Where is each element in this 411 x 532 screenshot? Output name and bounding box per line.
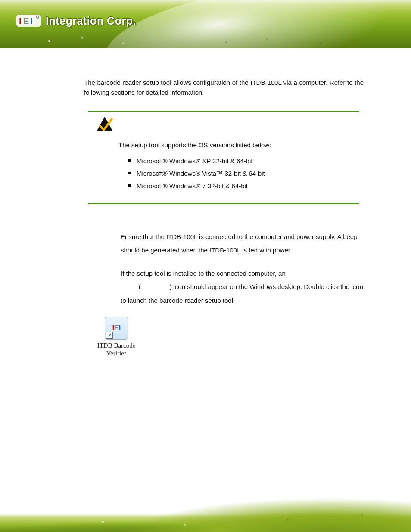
note-box: The setup tool supports the OS versions … — [88, 111, 359, 204]
svg-text:E: E — [23, 16, 29, 26]
page-content: The barcode reader setup tool allows con… — [84, 78, 364, 357]
logo-mark-icon: i E i R — [16, 12, 41, 29]
shortcut-label-line1: ITDB Barcode — [97, 342, 136, 349]
brand-logo: i E i R Integration Corp. — [16, 12, 136, 29]
svg-text:i: i — [30, 16, 33, 26]
divider-bottom — [88, 203, 359, 204]
list-item: Microsoft® Windows® XP 32-bit & 64-bit — [128, 156, 355, 166]
step-1: Ensure that the ITDB-100L is connected t… — [121, 230, 364, 257]
shortcut-overlay-icon: ↗ — [106, 332, 113, 339]
os-list: Microsoft® Windows® XP 32-bit & 64-bit M… — [118, 156, 355, 191]
note-icon — [96, 116, 113, 132]
list-item: Microsoft® Windows® 7 32-bit & 64-bit — [128, 181, 355, 191]
shortcut-label-line2: Verifier — [106, 350, 126, 357]
svg-text:R: R — [37, 16, 38, 19]
paren-open: ( — [139, 283, 141, 290]
desktop-shortcut-icon: iEi ↗ ITDB Barcode Verifier — [93, 317, 140, 357]
list-item: Microsoft® Windows® Vista™ 32-bit & 64-b… — [128, 168, 355, 178]
step-2-part-a: If the setup tool is installed to the co… — [121, 270, 286, 277]
intro-paragraph: The barcode reader setup tool allows con… — [84, 78, 364, 98]
shortcut-tile-icon: iEi ↗ — [105, 317, 128, 340]
shortcut-label: ITDB Barcode Verifier — [93, 342, 140, 357]
company-name: Integration Corp. — [46, 15, 136, 27]
svg-text:i: i — [19, 16, 22, 26]
note-lead: The setup tool supports the OS versions … — [118, 140, 355, 150]
page-footer — [0, 491, 411, 532]
steps: Ensure that the ITDB-100L is connected t… — [84, 230, 364, 308]
note-body: The setup tool supports the OS versions … — [88, 140, 359, 202]
page-header: i E i R Integration Corp. — [0, 0, 411, 48]
step-2: If the setup tool is installed to the co… — [121, 267, 364, 308]
divider-top — [88, 111, 359, 112]
step-2-part-b: ) icon should appear on the Windows desk… — [121, 283, 363, 304]
